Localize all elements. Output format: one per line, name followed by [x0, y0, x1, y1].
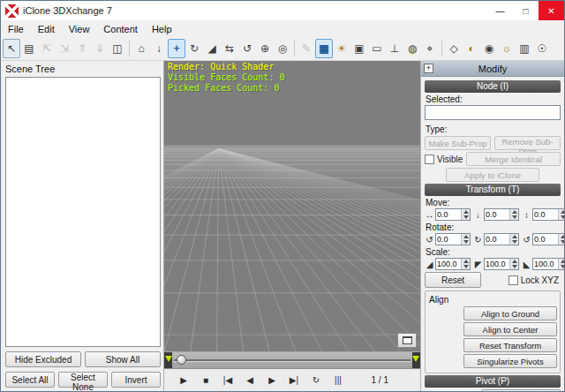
align-button-singularize-pivots[interactable]: Singularize Pivots — [463, 354, 557, 368]
merge-identical-button[interactable]: Merge Identical — [466, 152, 561, 166]
preview-window[interactable]: ◫ — [109, 39, 126, 58]
about-help[interactable]: ☉ — [533, 39, 551, 58]
scene-tree-button-select-all[interactable]: Select All — [5, 372, 55, 388]
grid-toggle[interactable]: ▦ — [315, 39, 333, 58]
fit-view[interactable]: ◎ — [274, 39, 291, 58]
render-smooth[interactable]: ◐ — [463, 39, 480, 58]
visible-checkbox-box[interactable] — [425, 155, 434, 164]
minimize-button[interactable]: — — [487, 1, 513, 20]
orbit-camera[interactable]: ↺ — [238, 39, 256, 58]
scale-y-spinner[interactable]: ◤ 100.0 — [473, 258, 519, 270]
timeline-playhead-handle[interactable] — [177, 355, 186, 365]
render-quick-shader[interactable]: ☼ — [498, 39, 516, 58]
viewport-3d[interactable]: Render: Quick Shader Visible Faces Count… — [163, 61, 421, 351]
monitor-display[interactable]: ▭ — [368, 39, 386, 58]
scene-tree-view[interactable] — [5, 77, 161, 347]
scene-tree-button-show-all[interactable]: Show All — [85, 351, 161, 367]
scene-settings[interactable]: ▥ — [516, 39, 533, 58]
open-file[interactable]: ▤ — [20, 39, 38, 58]
expand-sections-button[interactable]: + — [424, 64, 433, 73]
select-tool[interactable]: ↖ — [3, 39, 20, 58]
send-back-to-iclone[interactable]: ⇓ — [91, 39, 109, 58]
world-globe[interactable]: ◍ — [403, 39, 421, 58]
move-z-value[interactable]: 0.0 — [533, 209, 558, 220]
home-view[interactable]: ⌂ — [132, 39, 150, 58]
menu-item-file[interactable]: File — [1, 22, 31, 36]
align-button-align-to-ground[interactable]: Align to Ground — [463, 306, 557, 320]
menu-item-content[interactable]: Content — [96, 22, 145, 36]
scale-z-spinner[interactable]: ◣ 100.0 — [522, 258, 564, 270]
scale-tool[interactable]: ◢ — [203, 39, 221, 58]
maximize-viewport-button[interactable] — [397, 333, 417, 348]
visible-checkbox[interactable]: Visible — [425, 155, 463, 164]
lock-xyz-checkbox[interactable]: Lock XYZ — [508, 275, 559, 285]
apply-to-iclone-tool[interactable]: ⇑ — [73, 39, 91, 58]
scale-x-down-button[interactable] — [462, 264, 470, 269]
rotate-x-down-button[interactable] — [462, 239, 470, 245]
menu-item-edit[interactable]: Edit — [31, 22, 62, 36]
menu-item-help[interactable]: Help — [145, 22, 179, 36]
pivot-axis-display[interactable]: ⊥ — [386, 39, 403, 58]
move-z-spinner[interactable]: ↕ 0.0 — [522, 208, 564, 221]
range-start-marker[interactable] — [165, 356, 172, 362]
export-file[interactable]: ⇱ — [38, 39, 56, 58]
loop-playback-button[interactable]: ↻ — [307, 376, 325, 385]
previous-frame-button[interactable]: ◀ — [241, 376, 259, 385]
scale-x-value[interactable]: 100.0 — [436, 259, 461, 269]
scale-x-spinner[interactable]: ◢ 100.0 — [425, 258, 471, 270]
lock-xyz-checkbox-box[interactable] — [508, 275, 518, 285]
pivot-section-header[interactable]: Pivot (P) — [425, 375, 561, 388]
transform-section-header[interactable]: Transform (T) — [425, 184, 561, 196]
camera-view[interactable]: ▣ — [350, 39, 368, 58]
target-display[interactable]: ⌖ — [421, 39, 439, 58]
close-button[interactable]: ✕ — [539, 1, 564, 20]
node-section-header[interactable]: Node (I) — [425, 80, 561, 93]
playback-speed-button[interactable]: ||| — [329, 376, 347, 385]
menu-item-view[interactable]: View — [62, 22, 97, 36]
rotate-x-value[interactable]: 0.0 — [436, 234, 461, 245]
go-to-end-button[interactable]: ▶| — [285, 376, 303, 385]
move-x-down-button[interactable] — [462, 215, 470, 220]
scale-z-value[interactable]: 100.0 — [533, 259, 558, 269]
add-to-library[interactable]: ⇲ — [56, 39, 73, 58]
rotate-z-down-button[interactable] — [559, 239, 564, 245]
move-y-value[interactable]: 0.0 — [485, 209, 509, 220]
focus-selected[interactable]: ↓ — [150, 39, 168, 58]
selected-field[interactable] — [425, 105, 561, 120]
play-button[interactable]: ▶ — [175, 376, 192, 385]
zoom-camera[interactable]: ⊕ — [256, 39, 274, 58]
rotate-y-value[interactable]: 0.0 — [485, 234, 509, 245]
light-toggle[interactable]: ☀ — [333, 39, 350, 58]
rotate-y-spinner[interactable]: ↻ 0.0 — [473, 233, 519, 245]
timeline-track[interactable] — [164, 352, 420, 369]
move-z-down-button[interactable] — [559, 215, 564, 220]
remove-sub-prop-button[interactable]: Remove Sub-Prop — [494, 136, 561, 150]
pivot-center-button[interactable]: Pivot Center — [481, 389, 561, 391]
align-button-align-to-center[interactable]: Align to Center — [463, 322, 557, 336]
rotate-z-value[interactable]: 0.0 — [533, 234, 558, 245]
align-button-reset-transform[interactable]: Reset Transform — [463, 338, 557, 352]
move-y-down-button[interactable] — [510, 215, 518, 220]
go-to-start-button[interactable]: |◀ — [219, 376, 237, 385]
next-frame-button[interactable]: ▶ — [263, 376, 281, 385]
scene-tree-button-invert[interactable]: Invert — [111, 372, 161, 388]
rotate-y-down-button[interactable] — [510, 239, 518, 245]
make-sub-prop-button[interactable]: Make Sub-Prop — [425, 136, 491, 150]
rotate-x-spinner[interactable]: ↺ 0.0 — [425, 233, 471, 245]
move-x-value[interactable]: 0.0 — [436, 209, 461, 220]
scene-tree-button-hide-excluded[interactable]: Hide Excluded — [5, 351, 81, 367]
render-texture[interactable]: ◉ — [480, 39, 498, 58]
maximize-button[interactable]: □ — [513, 1, 539, 20]
scale-z-down-button[interactable] — [559, 264, 564, 269]
rotate-tool[interactable]: ↻ — [185, 39, 203, 58]
scene-tree-button-select-none[interactable]: Select None — [58, 372, 108, 388]
scale-y-down-button[interactable] — [510, 264, 518, 269]
rotate-z-spinner[interactable]: ↺ 0.0 — [522, 233, 564, 245]
range-end-marker[interactable] — [412, 356, 419, 362]
move-y-spinner[interactable]: ↓ 0.0 — [473, 208, 519, 221]
move-tool[interactable]: + — [168, 39, 185, 58]
scale-y-value[interactable]: 100.0 — [485, 259, 509, 269]
render-wireframe[interactable]: ◇ — [445, 39, 463, 58]
edit-mesh[interactable]: ✎ — [298, 39, 315, 58]
move-x-spinner[interactable]: ↔ 0.0 — [425, 208, 471, 221]
